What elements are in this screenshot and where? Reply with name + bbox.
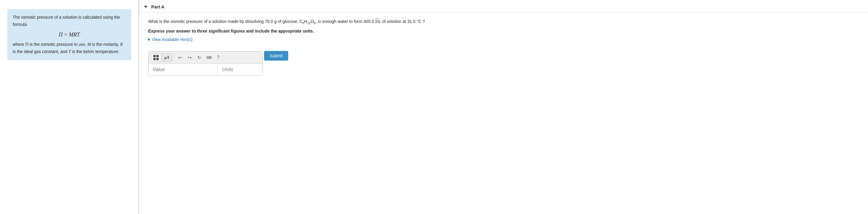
part-content: What is the osmotic pressure of a soluti… (139, 13, 868, 214)
info-text-2: where Π is the osmotic pressure in atm, … (13, 41, 126, 56)
mu-button[interactable]: μÅ (162, 54, 172, 62)
right-panel: Part A What is the osmotic pressure of a… (139, 0, 868, 214)
help-button[interactable]: ? (214, 54, 222, 62)
hint-link[interactable]: View Available Hint(s) (148, 37, 859, 42)
instruction-text: Express your answer to three significant… (148, 29, 859, 33)
input-row (149, 64, 262, 75)
matrix-icon (153, 55, 159, 60)
refresh-icon: ↻ (197, 55, 201, 60)
toolbar: μÅ ↩ ↪ ↻ ⌨ (149, 51, 262, 64)
collapse-icon[interactable] (144, 6, 148, 8)
hint-link-label: View Available Hint(s) (152, 37, 192, 42)
toolbar-separator (174, 54, 174, 61)
question-text: What is the osmotic pressure of a soluti… (148, 18, 859, 26)
mu-label: μÅ (164, 55, 169, 60)
keyboard-icon: ⌨ (207, 56, 212, 60)
answer-container: μÅ ↩ ↪ ↻ ⌨ (148, 51, 263, 76)
info-box: The osmotic pressure of a solution is ca… (7, 9, 131, 60)
left-panel: The osmotic pressure of a solution is ca… (0, 0, 139, 214)
submit-button[interactable]: Submit (264, 51, 288, 61)
help-icon: ? (217, 55, 220, 60)
keyboard-button[interactable]: ⌨ (204, 54, 213, 62)
undo-icon: ↩ (178, 55, 182, 60)
value-input[interactable] (149, 64, 218, 75)
units-input[interactable] (218, 64, 263, 75)
formula-display: Π = MRT (13, 30, 126, 39)
part-title: Part A (151, 4, 164, 9)
redo-button[interactable]: ↪ (185, 54, 194, 62)
hint-chevron-icon (148, 38, 150, 41)
refresh-button[interactable]: ↻ (195, 54, 204, 62)
matrix-button[interactable] (151, 54, 161, 62)
part-header: Part A (139, 0, 868, 13)
undo-button[interactable]: ↩ (175, 54, 184, 62)
redo-icon: ↪ (188, 55, 192, 60)
info-text-1: The osmotic pressure of a solution is ca… (13, 14, 126, 28)
